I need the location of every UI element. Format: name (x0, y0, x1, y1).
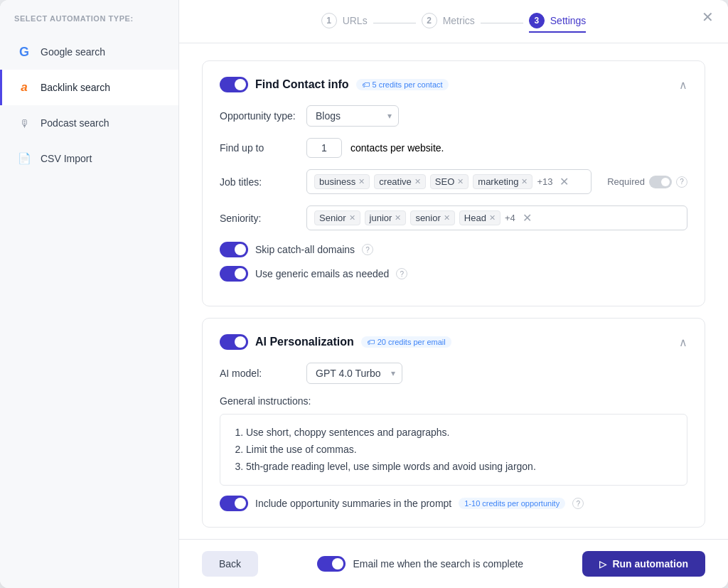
email-notification-label: Email me when the search is complete (353, 558, 523, 570)
required-row: Required ? (607, 176, 687, 188)
required-help-icon[interactable]: ? (676, 176, 687, 188)
include-opportunity-toggle[interactable] (220, 496, 248, 511)
use-generic-toggle[interactable] (220, 266, 248, 282)
opportunity-type-select[interactable]: Blogs Websites Podcasts (306, 105, 399, 127)
include-opportunity-row: Include opportunity summaries in the pro… (220, 496, 687, 511)
step-urls[interactable]: 1 URLs (321, 13, 368, 33)
include-opportunity-label: Include opportunity summaries in the pro… (255, 498, 451, 509)
tag-remove-business[interactable]: ✕ (358, 177, 365, 186)
find-contact-card: Find Contact info 🏷 5 credits per contac… (202, 60, 705, 306)
content-area: Find Contact info 🏷 5 credits per contac… (179, 43, 728, 539)
tag-head[interactable]: Head ✕ (459, 210, 500, 225)
contacts-number-input[interactable] (306, 138, 342, 158)
instruction-3: 5th-grade reading level, use simple word… (246, 459, 674, 476)
steps: 1 URLs 2 Metrics 3 Settings (321, 13, 587, 43)
ai-personalization-chevron[interactable]: ∧ (679, 336, 687, 349)
run-automation-button[interactable]: ▷ Run automation (582, 551, 705, 577)
skip-catch-all-toggle[interactable] (220, 242, 248, 257)
tag-senior-2[interactable]: senior ✕ (410, 210, 454, 225)
credit-icon: 🏷 (362, 80, 370, 89)
ai-personalization-badge: 🏷 20 credits per email (361, 336, 451, 348)
job-titles-more: +13 (537, 176, 552, 187)
tag-senior-1[interactable]: Senior ✕ (314, 210, 360, 225)
tag-remove-creative[interactable]: ✕ (414, 177, 421, 186)
ai-personalization-header: AI Personalization 🏷 20 credits per emai… (220, 334, 687, 350)
sidebar-item-label: Podcast search (41, 117, 109, 129)
ai-model-select[interactable]: GPT 4.0 Turbo GPT 3.5 Turbo Claude 3 (306, 363, 402, 384)
tag-remove-senior-2[interactable]: ✕ (444, 213, 450, 223)
find-contact-toggle[interactable] (220, 77, 248, 92)
header: 1 URLs 2 Metrics 3 Settings ✕ (179, 0, 728, 43)
include-opportunity-help-icon[interactable]: ? (572, 498, 584, 509)
step-num-2: 2 (422, 13, 437, 28)
find-contact-title-row: Find Contact info 🏷 5 credits per contac… (220, 77, 449, 92)
opportunity-type-row: Opportunity type: Blogs Websites Podcast… (220, 105, 687, 127)
tag-remove-seo[interactable]: ✕ (457, 177, 464, 186)
sidebar-item-backlink-search[interactable]: a Backlink search (0, 70, 178, 105)
find-contact-header: Find Contact info 🏷 5 credits per contac… (220, 77, 687, 92)
sidebar-item-label: CSV Import (41, 153, 92, 164)
back-button[interactable]: Back (202, 551, 258, 577)
sidebar-section-label: SELECT AUTOMATION TYPE: (0, 14, 178, 34)
ai-model-select-wrapper[interactable]: GPT 4.0 Turbo GPT 3.5 Turbo Claude 3 (306, 363, 402, 384)
general-instructions-label: General instructions: (220, 395, 687, 407)
instruction-1: Use short, choppy sentences and paragrap… (246, 424, 674, 442)
modal: SELECT AUTOMATION TYPE: G Google search … (0, 0, 728, 588)
find-up-to-label: Find up to (220, 142, 298, 154)
find-contact-badge: 🏷 5 credits per contact (356, 79, 449, 90)
find-up-to-row: Find up to contacts per website. (220, 138, 687, 158)
seniority-tags-clear[interactable]: ✕ (523, 211, 532, 225)
tag-remove-senior[interactable]: ✕ (349, 213, 355, 223)
required-label: Required (607, 176, 645, 187)
tag-seo[interactable]: SEO ✕ (430, 174, 469, 189)
step-connector-2 (481, 23, 523, 23)
opportunity-type-label: Opportunity type: (220, 110, 298, 122)
sidebar-item-google-search[interactable]: G Google search (0, 34, 178, 70)
sidebar-item-csv-import[interactable]: 📄 CSV Import (0, 141, 178, 176)
instructions-box: Use short, choppy sentences and paragrap… (220, 414, 687, 486)
step-label-metrics: Metrics (443, 15, 475, 26)
ai-model-row: AI model: GPT 4.0 Turbo GPT 3.5 Turbo Cl… (220, 363, 687, 384)
csv-icon: 📄 (16, 151, 32, 166)
skip-catch-all-label: Skip catch-all domains (255, 244, 355, 255)
tag-business[interactable]: business ✕ (314, 174, 370, 189)
close-button[interactable]: ✕ (702, 10, 714, 24)
footer: Back Email me when the search is complet… (179, 539, 728, 588)
sidebar-item-podcast-search[interactable]: 🎙 Podcast search (0, 105, 178, 141)
step-metrics[interactable]: 2 Metrics (422, 13, 475, 33)
google-icon: G (16, 44, 32, 60)
seniority-more: +4 (505, 213, 515, 223)
tag-junior[interactable]: junior ✕ (365, 210, 407, 225)
step-num-1: 1 (321, 13, 337, 28)
tag-remove-marketing[interactable]: ✕ (521, 177, 528, 186)
ai-personalization-toggle[interactable] (220, 334, 248, 350)
job-titles-label: Job titles: (220, 176, 298, 188)
required-toggle[interactable] (649, 176, 672, 188)
email-notification-toggle[interactable] (317, 556, 346, 572)
opportunity-type-select-wrapper[interactable]: Blogs Websites Podcasts (306, 105, 399, 127)
play-icon: ▷ (599, 559, 606, 570)
skip-catch-all-help-icon[interactable]: ? (362, 244, 373, 255)
sidebar-item-label: Backlink search (41, 82, 110, 93)
instruction-2: Limit the use of commas. (246, 442, 674, 459)
tags-clear-button[interactable]: ✕ (560, 175, 569, 188)
tag-marketing[interactable]: marketing ✕ (473, 174, 532, 189)
step-settings[interactable]: 3 Settings (529, 13, 587, 33)
tag-remove-head[interactable]: ✕ (489, 213, 496, 223)
step-label-urls: URLs (343, 15, 368, 26)
skip-catch-all-row: Skip catch-all domains ? (220, 242, 687, 257)
footer-center: Email me when the search is complete (317, 556, 523, 572)
sidebar: SELECT AUTOMATION TYPE: G Google search … (0, 0, 179, 588)
ai-personalization-title: AI Personalization (255, 336, 354, 348)
seniority-tags[interactable]: Senior ✕ junior ✕ senior ✕ Head (306, 205, 687, 230)
job-titles-tags[interactable]: business ✕ creative ✕ SEO ✕ marketing (306, 169, 592, 194)
contacts-per-website-label: contacts per website. (350, 142, 444, 154)
use-generic-help-icon[interactable]: ? (396, 268, 407, 279)
sidebar-item-label: Google search (41, 46, 105, 58)
step-connector-1 (373, 23, 416, 23)
main-content: 1 URLs 2 Metrics 3 Settings ✕ (179, 0, 728, 588)
tag-creative[interactable]: creative ✕ (374, 174, 426, 189)
find-contact-chevron[interactable]: ∧ (679, 78, 687, 92)
seniority-row: Seniority: Senior ✕ junior ✕ senior ✕ (220, 205, 687, 230)
tag-remove-junior[interactable]: ✕ (395, 213, 401, 223)
